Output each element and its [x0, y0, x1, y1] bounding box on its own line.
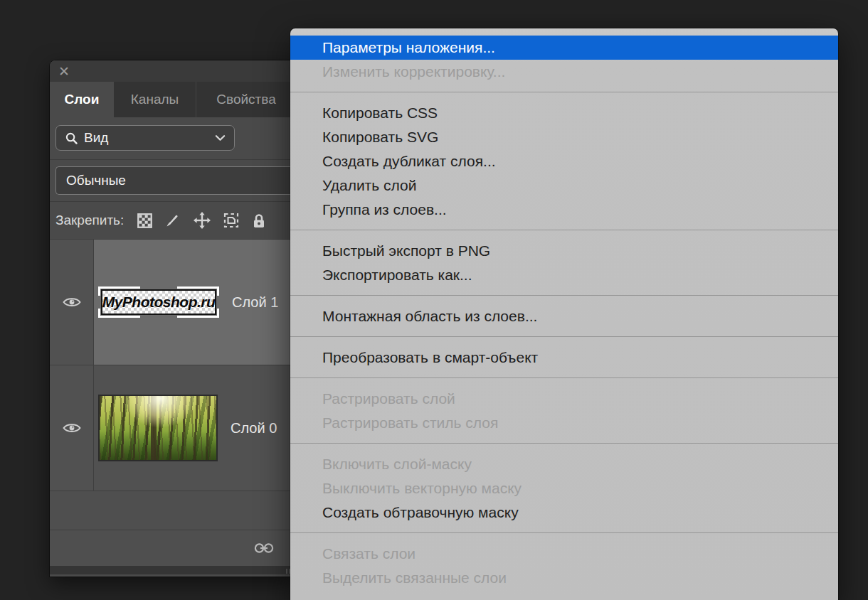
menu-item-blending-options[interactable]: Параметры наложения... [290, 36, 838, 60]
layer-row-1[interactable]: MyPhotoshop.ru Слой 1 [50, 239, 296, 365]
panel-bottom-bar [50, 530, 296, 566]
panel-header: ✕ [50, 60, 296, 82]
lock-bar: Закрепить: [50, 202, 296, 239]
layer-filter-value: Вид [84, 130, 215, 146]
lock-transparency-icon[interactable] [137, 213, 152, 228]
menu-separator [290, 295, 838, 296]
layer-context-menu: Параметры наложения... Изменить корректи… [290, 28, 838, 600]
menu-item-enable-layer-mask: Включить слой-маску [290, 452, 838, 476]
filter-row: Вид [50, 117, 296, 159]
panel-edge [50, 566, 296, 574]
menu-item-artboard-from-layers[interactable]: Монтажная область из слоев... [290, 304, 838, 328]
layers-empty-area [50, 491, 296, 530]
text-layer-content: MyPhotoshop.ru [102, 294, 216, 311]
search-icon [65, 132, 78, 145]
lock-position-icon[interactable] [194, 212, 211, 229]
blend-mode-row: Обычные [50, 160, 296, 201]
menu-item-edit-adjustment: Изменить корректировку... [290, 60, 838, 84]
menu-item-create-clipping-mask[interactable]: Создать обтравочную маску [290, 500, 838, 525]
menu-item-link-layers: Связать слои [290, 542, 838, 566]
lock-pixels-icon[interactable] [164, 212, 181, 229]
menu-separator [290, 230, 838, 230]
layer-0-visibility-cell[interactable] [50, 365, 94, 491]
menu-separator [290, 336, 838, 337]
menu-item-duplicate-layer[interactable]: Создать дубликат слоя... [290, 149, 838, 173]
tab-channels-label: Каналы [131, 92, 179, 107]
menu-item-copy-css[interactable]: Копировать CSS [290, 101, 838, 125]
layer-0-thumbnail[interactable] [98, 395, 218, 461]
layer-1-thumbnail[interactable]: MyPhotoshop.ru [98, 286, 219, 318]
link-layers-icon[interactable] [253, 542, 275, 554]
eye-icon [63, 422, 81, 434]
layer-0-name: Слой 0 [231, 420, 277, 436]
menu-item-select-linked-layers: Выделить связанные слои [290, 566, 838, 590]
text-layer-preview: MyPhotoshop.ru [101, 289, 216, 315]
menu-item-rasterize-layer-style: Растрировать стиль слоя [290, 411, 838, 435]
lock-artboard-icon[interactable] [223, 212, 240, 229]
menu-separator [290, 92, 838, 92]
menu-separator [290, 532, 838, 533]
eye-icon [63, 296, 81, 308]
layer-1-body[interactable]: MyPhotoshop.ru Слой 1 [94, 240, 296, 365]
menu-item-export-as[interactable]: Экспортировать как... [290, 263, 838, 287]
menu-item-disable-vector-mask: Выключить векторную маску [290, 476, 838, 500]
menu-item-convert-to-smart-object[interactable]: Преобразовать в смарт-объект [290, 345, 838, 370]
tab-layers[interactable]: Слои [50, 82, 114, 117]
chevron-down-icon [215, 134, 226, 141]
blend-mode-value: Обычные [66, 173, 126, 188]
menu-item-quick-export-png[interactable]: Быстрый экспорт в PNG [290, 239, 838, 263]
tab-layers-label: Слои [65, 92, 100, 107]
menu-item-group-from-layers[interactable]: Группа из слоев... [290, 198, 838, 222]
menu-item-rasterize-layer: Растрировать слой [290, 387, 838, 411]
layer-filter-select[interactable]: Вид [55, 125, 235, 151]
tab-properties-label: Свойства [216, 92, 275, 107]
menu-separator [290, 443, 838, 444]
lock-all-icon[interactable] [252, 213, 266, 229]
tab-properties[interactable]: Свойства [196, 82, 296, 117]
layer-1-name: Слой 1 [232, 294, 278, 311]
layer-0-body[interactable]: Слой 0 [94, 365, 296, 491]
blend-mode-select[interactable]: Обычные [55, 166, 296, 195]
layer-row-0[interactable]: Слой 0 [50, 365, 296, 491]
menu-item-delete-layer[interactable]: Удалить слой [290, 173, 838, 198]
menu-separator [290, 377, 838, 378]
close-icon[interactable]: ✕ [58, 65, 70, 78]
layer-1-visibility-cell[interactable] [50, 240, 94, 365]
menu-item-copy-svg[interactable]: Копировать SVG [290, 125, 838, 149]
tab-channels[interactable]: Каналы [114, 82, 196, 117]
layers-panel: ✕ Слои Каналы Свойства Вид Обычные Закре… [50, 60, 296, 577]
panel-tabbar: Слои Каналы Свойства [50, 82, 296, 117]
lock-bar-label: Закрепить: [55, 213, 124, 228]
